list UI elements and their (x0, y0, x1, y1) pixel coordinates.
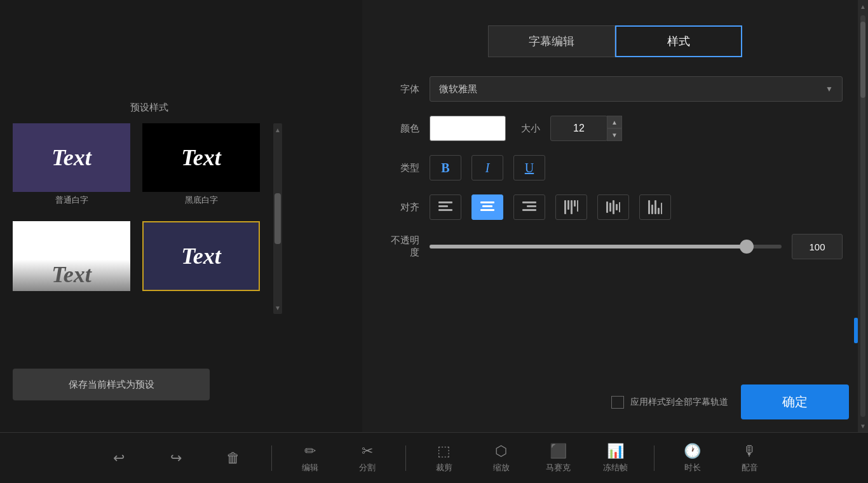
svg-rect-10 (567, 200, 569, 210)
delete-button[interactable]: 🗑 (214, 450, 252, 466)
preset-thumbnail-4: Text (142, 221, 260, 291)
opacity-label: 不透明度 (388, 235, 419, 259)
preset-item-3[interactable]: Text (13, 221, 130, 304)
preset-label-2: 黑底白字 (185, 194, 218, 206)
audio-label: 配音 (742, 462, 758, 473)
bottom-row: 应用样式到全部字幕轨道 确定 (381, 384, 849, 419)
divider-3 (654, 446, 654, 471)
edit-icon: ✏ (304, 443, 316, 459)
preset-scroll-up[interactable]: ▲ (273, 123, 282, 136)
zoom-button[interactable]: ⬡ 缩放 (482, 443, 520, 473)
svg-rect-16 (613, 200, 614, 214)
split-button[interactable]: ✂ 分割 (348, 443, 386, 473)
color-picker[interactable] (430, 116, 506, 141)
svg-rect-4 (482, 205, 492, 207)
svg-rect-8 (522, 209, 536, 211)
align-left-button[interactable] (430, 194, 461, 220)
vertical-top-button[interactable] (555, 194, 587, 220)
svg-rect-5 (480, 209, 494, 211)
opacity-slider[interactable] (430, 245, 782, 248)
font-row: 字体 微软雅黑 ▼ (388, 76, 843, 102)
undo-button[interactable]: ↩ (100, 450, 138, 466)
underline-button[interactable]: U (513, 155, 545, 180)
svg-rect-2 (438, 209, 452, 211)
svg-rect-9 (564, 200, 566, 214)
preset-scrollbar[interactable]: ▲ ▼ (273, 123, 282, 314)
scrollbar-track (860, 15, 865, 417)
divider-1 (271, 446, 272, 471)
scroll-down-arrow[interactable]: ▼ (858, 419, 868, 432)
size-value: 12 (573, 123, 585, 134)
tab-subtitle-edit[interactable]: 字幕编辑 (488, 25, 615, 57)
audio-icon: 🎙 (743, 443, 757, 459)
size-label: 大小 (521, 123, 540, 135)
opacity-thumb[interactable] (740, 240, 754, 254)
type-label: 类型 (388, 162, 419, 174)
color-size-row: 颜色 大小 12 ▲ ▼ (388, 116, 843, 141)
duration-button[interactable]: 🕐 时长 (674, 443, 712, 473)
confirm-button[interactable]: 确定 (741, 384, 849, 419)
blue-highlight-bar (854, 318, 858, 343)
preset-item-4[interactable]: Text (142, 221, 260, 304)
size-input[interactable]: 12 (550, 116, 607, 141)
svg-rect-21 (654, 200, 656, 214)
save-preset-button[interactable]: 保存当前样式为预设 (13, 369, 210, 400)
svg-rect-1 (438, 205, 448, 207)
size-spinners: ▲ ▼ (607, 116, 622, 141)
split-icon: ✂ (362, 443, 373, 459)
preset-grid: Text 普通白字 Text 黑底白字 Text (13, 123, 267, 314)
redo-button[interactable]: ↪ (157, 450, 195, 466)
opacity-fill (430, 245, 747, 248)
duration-label: 时长 (684, 462, 701, 473)
font-value: 微软雅黑 (439, 83, 477, 95)
apply-checkbox-area: 应用样式到全部字幕轨道 (611, 396, 728, 409)
font-label: 字体 (388, 83, 419, 95)
align-center-button[interactable] (471, 194, 503, 220)
svg-rect-18 (619, 202, 620, 212)
svg-rect-23 (661, 203, 662, 214)
duration-icon: 🕐 (684, 443, 701, 459)
tab-style[interactable]: 样式 (615, 25, 742, 57)
preset-label-1: 普通白字 (55, 194, 88, 206)
svg-rect-15 (609, 203, 611, 212)
type-row: 类型 B I U (388, 155, 843, 180)
italic-button[interactable]: I (471, 155, 503, 180)
preset-item-1[interactable]: Text 普通白字 (13, 123, 130, 206)
preset-item-2[interactable]: Text 黑底白字 (142, 123, 260, 206)
font-dropdown[interactable]: 微软雅黑 ▼ (430, 76, 843, 102)
zoom-icon: ⬡ (495, 443, 507, 459)
svg-rect-14 (606, 201, 608, 213)
svg-rect-19 (648, 200, 650, 214)
bold-button[interactable]: B (430, 155, 461, 180)
freeze-label: 冻结帧 (603, 462, 628, 473)
edit-button[interactable]: ✏ 编辑 (291, 443, 329, 473)
scrollbar-thumb[interactable] (860, 22, 865, 98)
scroll-up-arrow[interactable]: ▲ (858, 0, 868, 13)
opacity-input[interactable]: 100 (792, 234, 843, 259)
audio-button[interactable]: 🎙 配音 (731, 443, 769, 473)
mask-button[interactable]: ⬛ 马赛克 (539, 443, 578, 473)
svg-rect-7 (527, 205, 536, 207)
zoom-label: 缩放 (493, 462, 510, 473)
svg-rect-3 (480, 201, 494, 203)
size-decrement[interactable]: ▼ (607, 128, 622, 141)
opacity-row: 不透明度 100 (388, 234, 843, 259)
delete-icon: 🗑 (226, 450, 240, 466)
vertical-bottom-button[interactable] (639, 194, 671, 220)
svg-rect-0 (438, 201, 452, 203)
align-right-button[interactable] (513, 194, 545, 220)
mask-icon: ⬛ (550, 443, 567, 459)
size-increment[interactable]: ▲ (607, 116, 622, 128)
crop-button[interactable]: ⬚ 裁剪 (425, 443, 463, 473)
right-scrollbar[interactable]: ▲ ▼ (858, 0, 868, 432)
preset-scrollbar-thumb[interactable] (275, 193, 281, 244)
split-label: 分割 (359, 462, 376, 473)
freeze-button[interactable]: 📊 冻结帧 (597, 443, 635, 473)
mask-label: 马赛克 (546, 462, 571, 473)
svg-rect-17 (616, 204, 618, 210)
preset-title: 预设样式 (13, 102, 286, 114)
vertical-center-button[interactable] (597, 194, 629, 220)
preset-thumbnail-1: Text (13, 123, 130, 192)
apply-checkbox[interactable] (611, 396, 624, 409)
preset-scroll-down[interactable]: ▼ (273, 301, 282, 314)
